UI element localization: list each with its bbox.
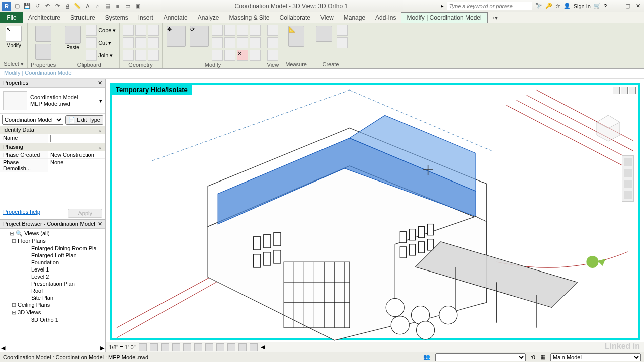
pan-icon[interactable]: [624, 169, 632, 177]
tab-systems[interactable]: Systems: [100, 12, 133, 23]
print-icon[interactable]: 🖨: [63, 2, 71, 10]
minimize-button[interactable]: —: [614, 2, 622, 10]
viewport[interactable]: Temporary Hide/Isolate: [106, 79, 644, 352]
home-icon[interactable]: ⌂: [94, 2, 102, 10]
geometry-btn[interactable]: [123, 25, 134, 36]
ribbon-options-icon[interactable]: ◦▾: [488, 12, 503, 23]
scroll-left-icon[interactable]: ◀: [261, 344, 265, 350]
binoculars-icon[interactable]: 🔭: [535, 3, 542, 9]
prop-name-input[interactable]: [50, 135, 103, 142]
crop-region-icon[interactable]: [205, 343, 213, 351]
modify-btn[interactable]: [250, 25, 261, 36]
tree-item[interactable]: Foundation: [2, 259, 103, 266]
geometry-btn[interactable]: [148, 37, 159, 48]
tab-annotate[interactable]: Annotate: [158, 12, 193, 23]
close-icon[interactable]: ✕: [98, 221, 102, 227]
tree-item[interactable]: 3D Ortho 1: [2, 316, 103, 323]
properties-help-link[interactable]: Properties help: [3, 209, 40, 218]
modify-btn[interactable]: [250, 50, 261, 61]
tab-insert[interactable]: Insert: [133, 12, 158, 23]
modify-btn[interactable]: [237, 37, 248, 48]
temp-hide-icon[interactable]: [227, 343, 235, 351]
drawing-canvas[interactable]: Temporary Hide/Isolate: [110, 83, 640, 340]
modify-tool-button[interactable]: ↖ Modify: [3, 25, 24, 49]
sign-in-link[interactable]: Sign In: [574, 3, 591, 9]
create-btn[interactable]: [337, 25, 348, 36]
apply-button[interactable]: Apply: [68, 209, 102, 218]
star-icon[interactable]: ☆: [555, 3, 560, 9]
help-icon[interactable]: ?: [604, 3, 607, 9]
join-button[interactable]: Join ▾: [86, 50, 116, 61]
lock-icon[interactable]: [216, 343, 224, 351]
geometry-btn[interactable]: [148, 50, 159, 61]
tab-file[interactable]: File: [0, 12, 23, 23]
prop-phase-demolished-value[interactable]: None: [48, 159, 105, 172]
maximize-button[interactable]: ▢: [624, 2, 632, 10]
modify-btn[interactable]: [250, 37, 261, 48]
tree-item[interactable]: Presentation Plan: [2, 280, 103, 287]
workset-select[interactable]: Main Model: [550, 353, 641, 361]
scale-label[interactable]: 1/8" = 1'-0": [109, 344, 136, 350]
modify-btn[interactable]: ✕: [237, 50, 248, 61]
orbit-icon[interactable]: [624, 191, 632, 199]
tab-analyze[interactable]: Analyze: [193, 12, 224, 23]
measure-icon[interactable]: 📏: [73, 2, 82, 10]
geometry-btn[interactable]: [123, 50, 134, 61]
modify-btn[interactable]: [237, 25, 248, 36]
modify-btn[interactable]: [212, 25, 223, 36]
move-button[interactable]: ✥: [166, 25, 187, 48]
close-hidden-icon[interactable]: ▣: [134, 2, 142, 10]
visual-style-icon[interactable]: [150, 343, 158, 351]
workset-icon[interactable]: 👥: [423, 354, 430, 360]
tab-collaborate[interactable]: Collaborate: [275, 12, 315, 23]
section-icon[interactable]: ▤: [104, 2, 112, 10]
thin-icon[interactable]: ≡: [114, 2, 122, 10]
exchange-icon[interactable]: 🛒: [594, 3, 601, 9]
close-button[interactable]: ✕: [634, 2, 642, 10]
shadow-icon[interactable]: [172, 343, 180, 351]
geometry-btn[interactable]: [135, 37, 146, 48]
prop-phase-created-value[interactable]: New Construction: [48, 151, 105, 158]
model-icon[interactable]: ▦: [540, 354, 545, 360]
redo-icon[interactable]: ↷: [53, 2, 61, 10]
tab-manage[interactable]: Manage: [339, 12, 370, 23]
geometry-btn[interactable]: [123, 37, 134, 48]
create-button[interactable]: [313, 25, 335, 43]
expand-icon[interactable]: ⌄: [98, 144, 102, 150]
sun-path-icon[interactable]: [161, 343, 169, 351]
modify-btn[interactable]: [224, 37, 235, 48]
navigation-bar[interactable]: [622, 155, 634, 202]
project-tree[interactable]: ⊟ 🔍 Views (all) ⊟ Floor Plans Enlarged D…: [0, 229, 105, 344]
geometry-btn[interactable]: [135, 25, 146, 36]
tab-modify-coordination[interactable]: Modify | Coordination Model: [401, 12, 487, 23]
create-btn[interactable]: [337, 37, 348, 48]
detail-level-icon[interactable]: [139, 343, 147, 351]
design-options-select[interactable]: [435, 353, 526, 361]
scroll-right-icon[interactable]: ▶: [100, 345, 104, 351]
tree-item[interactable]: Level 1: [2, 266, 103, 273]
tab-addins[interactable]: Add-Ins: [370, 12, 401, 23]
modify-btn[interactable]: [224, 25, 235, 36]
text-icon[interactable]: A: [84, 2, 92, 10]
view-btn[interactable]: [267, 25, 278, 36]
geometry-btn[interactable]: [148, 25, 159, 36]
expand-icon[interactable]: ⌄: [98, 127, 102, 133]
cope-button[interactable]: Cope ▾: [86, 25, 116, 36]
modify-btn[interactable]: [212, 50, 223, 61]
tab-massing[interactable]: Massing & Site: [224, 12, 275, 23]
scroll-left-icon[interactable]: ◀: [1, 345, 5, 351]
modify-btn[interactable]: [224, 50, 235, 61]
steering-wheel-icon[interactable]: [624, 158, 632, 166]
rotate-button[interactable]: ⟳: [189, 25, 210, 48]
properties-button[interactable]: [33, 25, 54, 61]
tree-item[interactable]: Level 2: [2, 273, 103, 280]
view-btn[interactable]: [267, 50, 278, 61]
save-icon[interactable]: 💾: [23, 2, 31, 10]
tab-architecture[interactable]: Architecture: [23, 12, 65, 23]
model-view[interactable]: [112, 85, 638, 343]
edit-type-button[interactable]: 📄 Edit Type: [65, 115, 103, 125]
sync-icon[interactable]: ↺: [33, 2, 41, 10]
keys-icon[interactable]: 🔑: [545, 3, 552, 9]
rendering-icon[interactable]: [183, 343, 191, 351]
modify-btn[interactable]: [212, 37, 223, 48]
